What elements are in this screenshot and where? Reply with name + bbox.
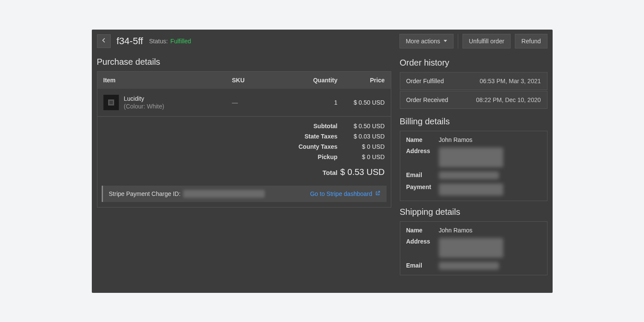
shipping-email-label: Email <box>406 262 433 269</box>
order-history-title: Order history <box>400 58 547 68</box>
back-button[interactable] <box>97 34 111 48</box>
shipping-details-title: Shipping details <box>400 207 547 217</box>
unfulfill-order-button[interactable]: Unfulfill order <box>463 34 511 48</box>
redacted-charge-id <box>183 190 265 198</box>
refund-label: Refund <box>521 38 541 45</box>
history-event: Order Received <box>406 96 448 103</box>
stripe-charge-label: Stripe Payment Charge ID: <box>109 190 181 197</box>
purchase-box: Item SKU Quantity Price Lucidity (Colour… <box>97 71 391 208</box>
redacted-shipping-address <box>439 238 503 258</box>
billing-address-label: Address <box>406 147 433 154</box>
right-column: Order history Order Fulfilled 06:53 PM, … <box>400 57 547 293</box>
header: f34-5ff Status: Fulfilled More actions U… <box>92 30 553 53</box>
item-text: Lucidity (Colour: White) <box>124 95 164 109</box>
pickup-label: Pickup <box>103 153 338 160</box>
billing-card: Name John Ramos Address Email Payment <box>400 131 547 201</box>
pickup-value: $ 0 USD <box>338 153 385 160</box>
caret-down-icon <box>444 40 447 42</box>
purchase-table-header: Item SKU Quantity Price <box>97 72 391 89</box>
order-id: f34-5ff <box>117 36 143 47</box>
subtotal-value: $ 0.50 USD <box>338 123 385 129</box>
body: Purchase details Item SKU Quantity Price… <box>92 53 553 293</box>
arrow-left-icon <box>100 37 107 45</box>
external-link-icon <box>375 190 381 197</box>
stripe-left: Stripe Payment Charge ID: <box>109 190 265 198</box>
county-taxes-value: $ 0 USD <box>338 143 385 150</box>
item-name: Lucidity <box>124 95 164 102</box>
order-history-list: Order Fulfilled 06:53 PM, Mar 3, 2021 Or… <box>400 72 547 109</box>
history-timestamp: 08:22 PM, Dec 10, 2020 <box>476 96 541 103</box>
billing-name-value: John Ramos <box>439 136 473 143</box>
total-value: $ 0.53 USD <box>338 164 385 177</box>
redacted-billing-email <box>439 172 499 179</box>
divider <box>458 34 458 48</box>
shipping-address-label: Address <box>406 238 433 245</box>
state-taxes-value: $ 0.03 USD <box>338 133 385 140</box>
redacted-billing-payment <box>439 184 503 196</box>
totals: Subtotal $ 0.50 USD State Taxes $ 0.03 U… <box>97 117 391 183</box>
status-label: Status: <box>149 38 168 45</box>
history-event: Order Fulfilled <box>406 78 444 84</box>
item-cell: Lucidity (Colour: White) <box>103 95 232 110</box>
billing-payment-label: Payment <box>406 184 433 190</box>
item-quantity: 1 <box>284 99 338 106</box>
redacted-shipping-email <box>439 262 499 270</box>
county-taxes-label: County Taxes <box>103 143 338 150</box>
item-sku: — <box>232 99 284 106</box>
status-value: Fulfilled <box>170 38 191 45</box>
header-actions: More actions Unfulfill order Refund <box>399 34 547 48</box>
unfulfill-label: Unfulfill order <box>469 38 504 45</box>
shipping-card: Name John Ramos Address Email <box>400 221 547 275</box>
history-row: Order Received 08:22 PM, Dec 10, 2020 <box>400 91 547 109</box>
stripe-charge-box: Stripe Payment Charge ID: Go to Stripe d… <box>102 186 387 202</box>
col-price: Price <box>338 77 385 84</box>
total-label: Total <box>103 164 338 177</box>
stripe-link-text: Go to Stripe dashboard <box>310 190 372 197</box>
left-column: Purchase details Item SKU Quantity Price… <box>97 57 391 293</box>
subtotal-label: Subtotal <box>103 123 338 129</box>
shipping-name-label: Name <box>406 227 433 234</box>
item-variant: (Colour: White) <box>124 103 164 110</box>
billing-name-label: Name <box>406 136 433 143</box>
more-actions-label: More actions <box>406 38 440 45</box>
history-timestamp: 06:53 PM, Mar 3, 2021 <box>480 78 541 84</box>
refund-button[interactable]: Refund <box>515 34 547 48</box>
item-price: $ 0.50 USD <box>338 99 385 106</box>
col-item: Item <box>103 77 232 84</box>
shipping-name-value: John Ramos <box>439 227 473 234</box>
purchase-details-title: Purchase details <box>97 57 391 67</box>
order-status: Status: Fulfilled <box>149 38 191 45</box>
col-sku: SKU <box>232 77 284 84</box>
billing-email-label: Email <box>406 172 433 178</box>
order-detail-panel: f34-5ff Status: Fulfilled More actions U… <box>92 30 553 293</box>
stripe-dashboard-link[interactable]: Go to Stripe dashboard <box>310 190 381 197</box>
more-actions-button[interactable]: More actions <box>399 34 454 48</box>
table-row: Lucidity (Colour: White) — 1 $ 0.50 USD <box>97 89 391 117</box>
product-thumbnail <box>103 95 119 110</box>
history-row: Order Fulfilled 06:53 PM, Mar 3, 2021 <box>400 72 547 90</box>
col-quantity: Quantity <box>284 77 338 84</box>
state-taxes-label: State Taxes <box>103 133 338 140</box>
billing-details-title: Billing details <box>400 117 547 126</box>
redacted-billing-address <box>439 147 503 167</box>
